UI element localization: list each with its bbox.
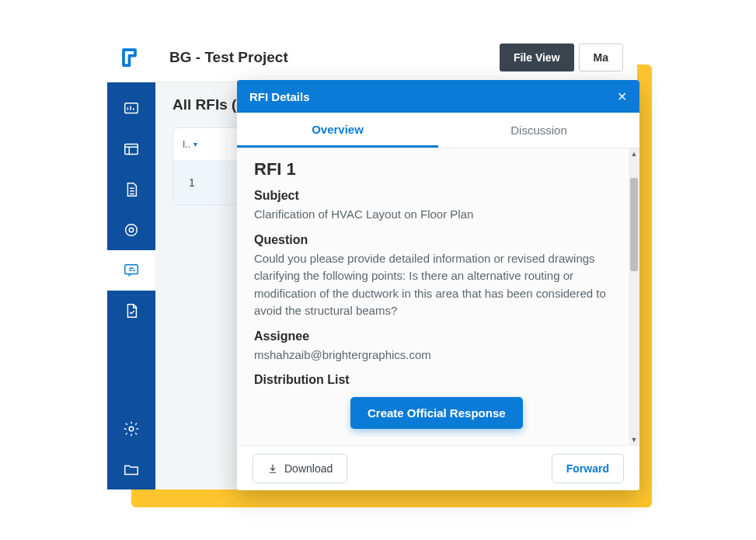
forward-label: Forward (566, 462, 609, 475)
close-icon[interactable]: ✕ (617, 89, 627, 104)
svg-rect-0 (125, 103, 138, 113)
sidebar-item-dashboard[interactable] (107, 89, 155, 129)
scroll-thumb[interactable] (630, 178, 638, 271)
sidebar (107, 82, 155, 489)
panel-title: RFI Details (249, 90, 310, 103)
row-id-value: 1 (189, 176, 195, 189)
download-label: Download (284, 462, 333, 475)
sidebar-item-settings[interactable] (107, 409, 155, 449)
svg-point-5 (134, 270, 134, 271)
project-title: BG - Test Project (169, 49, 495, 66)
sidebar-item-documents[interactable] (107, 169, 155, 210)
svg-point-6 (129, 427, 134, 431)
chevron-down-icon: ▾ (193, 140, 197, 148)
scroll-down-icon[interactable]: ▼ (629, 434, 639, 445)
sidebar-item-submittals[interactable] (107, 291, 155, 331)
assignee-label: Assignee (254, 329, 611, 343)
question-label: Question (254, 233, 611, 247)
question-value: Could you please provide detailed inform… (254, 250, 611, 320)
sidebar-item-files[interactable] (107, 449, 155, 489)
panel-header: RFI Details ✕ (237, 80, 639, 113)
scrollbar[interactable]: ▲ ▼ (629, 148, 639, 445)
subject-value: Clarification of HVAC Layout on Floor Pl… (254, 206, 611, 224)
sidebar-item-plans[interactable] (107, 129, 155, 169)
panel-tabs: Overview Discussion (237, 113, 639, 148)
app-logo (107, 33, 155, 82)
rfi-title: RFI 1 (254, 159, 611, 179)
file-view-button[interactable]: File View (500, 44, 574, 71)
download-button[interactable]: Download (253, 454, 347, 483)
column-id-label: I.. (183, 139, 190, 150)
assignee-value: mshahzaib@brightergraphics.com (254, 347, 611, 364)
create-official-response-button[interactable]: Create Official Response (350, 397, 523, 429)
svg-point-3 (129, 228, 134, 232)
tab-discussion[interactable]: Discussion (438, 113, 639, 148)
map-view-button[interactable]: Ma (579, 44, 623, 71)
header: BG - Test Project File View Ma (155, 33, 637, 82)
svg-rect-1 (125, 145, 138, 155)
svg-rect-4 (125, 265, 138, 274)
scroll-up-icon[interactable]: ▲ (629, 148, 639, 159)
distribution-label: Distribution List (254, 373, 611, 387)
download-icon (267, 463, 278, 474)
svg-point-2 (126, 225, 138, 236)
subject-label: Subject (254, 189, 611, 203)
sidebar-item-rfi[interactable] (107, 250, 155, 291)
sidebar-item-punch[interactable] (107, 210, 155, 250)
tab-overview[interactable]: Overview (237, 113, 438, 148)
forward-button[interactable]: Forward (552, 454, 624, 483)
panel-footer: Download Forward (237, 445, 639, 490)
column-id[interactable]: I.. ▾ (183, 139, 197, 150)
